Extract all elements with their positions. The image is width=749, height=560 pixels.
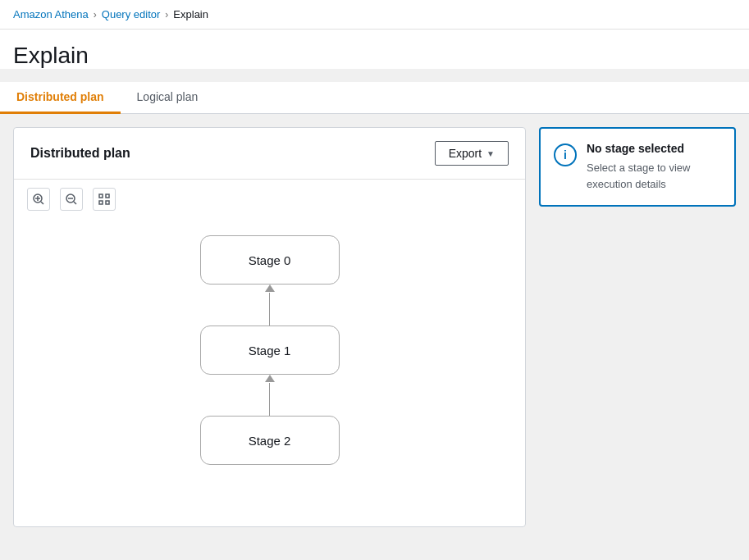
export-button[interactable]: Export ▼ — [435, 141, 509, 166]
info-text: No stage selected Select a stage to view… — [587, 142, 721, 192]
svg-rect-10 — [106, 201, 109, 204]
zoom-out-button[interactable] — [60, 188, 83, 211]
info-panel: i No stage selected Select a stage to vi… — [539, 127, 736, 207]
arrow-head-1-2 — [265, 375, 275, 382]
zoom-in-button[interactable] — [27, 188, 50, 211]
breadcrumb-sep-2: › — [165, 9, 168, 20]
arrow-line-1-2 — [269, 383, 270, 416]
arrow-head-0-1 — [265, 285, 275, 292]
plan-panel: Distributed plan Export ▼ — [13, 127, 526, 527]
breadcrumb-link-athena[interactable]: Amazon Athena — [13, 8, 89, 20]
arrow-line-0-1 — [269, 293, 270, 326]
svg-line-3 — [41, 202, 43, 204]
stage-node-0[interactable]: Stage 0 — [200, 235, 340, 285]
stage-node-2[interactable]: Stage 2 — [200, 416, 340, 465]
arrow-connector-1-2 — [269, 375, 271, 416]
tabs-container: Distributed plan Logical plan — [0, 82, 749, 114]
main-content: Distributed plan Export ▼ — [0, 114, 749, 540]
export-chevron-icon: ▼ — [486, 149, 495, 158]
breadcrumb-current: Explain — [173, 8, 208, 20]
info-title: No stage selected — [587, 142, 721, 155]
stage-node-1[interactable]: Stage 1 — [200, 326, 340, 375]
svg-rect-9 — [99, 201, 103, 204]
svg-rect-8 — [106, 194, 109, 198]
svg-line-6 — [74, 202, 76, 204]
page-title: Explain — [13, 43, 736, 69]
breadcrumb: Amazon Athena › Query editor › Explain — [0, 0, 749, 30]
tab-logical[interactable]: Logical plan — [121, 82, 215, 114]
page-header: Explain — [0, 30, 749, 69]
arrow-connector-0-1 — [269, 285, 271, 326]
plan-panel-header: Distributed plan Export ▼ — [14, 128, 525, 180]
info-description: Select a stage to view execution details — [587, 160, 721, 192]
svg-rect-7 — [99, 194, 103, 198]
breadcrumb-link-query-editor[interactable]: Query editor — [102, 8, 161, 20]
breadcrumb-sep-1: › — [94, 9, 97, 20]
plan-panel-title: Distributed plan — [30, 146, 130, 161]
fit-view-button[interactable] — [93, 188, 116, 211]
tab-distributed[interactable]: Distributed plan — [0, 82, 121, 114]
diagram-area: Stage 0 Stage 1 Stage 2 — [14, 219, 525, 526]
info-icon: i — [554, 143, 577, 166]
export-label: Export — [449, 147, 482, 160]
zoom-controls — [14, 180, 525, 219]
